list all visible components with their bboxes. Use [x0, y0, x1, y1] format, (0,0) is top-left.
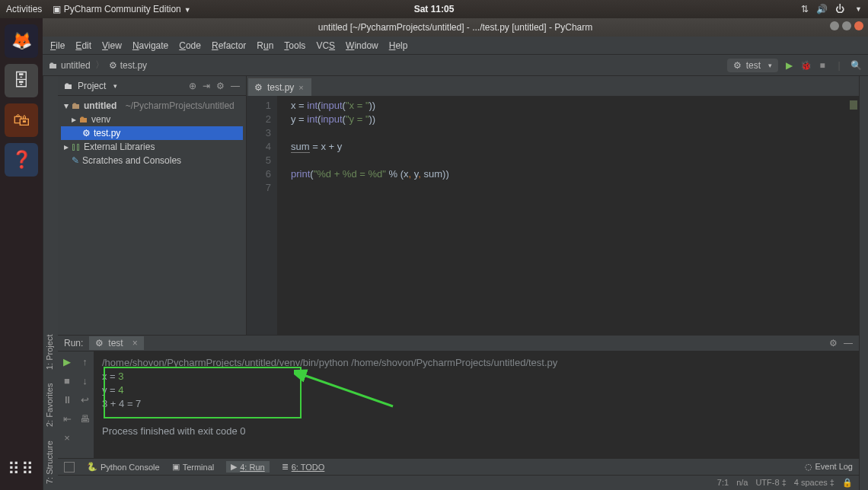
print-icon[interactable]: 🖶 — [80, 413, 90, 425]
caret-position[interactable]: 7:1 — [717, 478, 729, 488]
close-icon[interactable]: × — [132, 338, 138, 348]
editor-tab[interactable]: ⚙ test.py × — [248, 78, 311, 96]
menu-view[interactable]: View — [102, 40, 122, 51]
hide-icon[interactable]: — — [231, 81, 240, 91]
rerun-button[interactable]: ▶ — [63, 356, 71, 368]
toolbar-separator: | — [833, 60, 845, 71]
toolwin-terminal[interactable]: ▣Terminal — [172, 462, 215, 472]
toolwindows-quick-access-icon[interactable] — [64, 462, 75, 473]
event-log-button[interactable]: ◌ Event Log — [805, 462, 853, 472]
gear-icon[interactable]: ⚙ — [829, 338, 838, 348]
libraries-icon: ⫿⫿ — [72, 142, 81, 152]
launcher-software[interactable]: 🛍 — [5, 103, 38, 137]
chevron-down-icon: ▼ — [184, 6, 191, 14]
up-stack-icon[interactable]: ↑ — [82, 356, 88, 368]
code-area[interactable]: 1234567 x = int(input("x = ")) y = int(i… — [247, 96, 859, 335]
menu-run[interactable]: Run — [257, 40, 273, 51]
line-separator[interactable]: n/a — [736, 478, 748, 488]
clock[interactable]: Sat 11:05 — [414, 4, 455, 14]
volume-icon[interactable]: 🔊 — [816, 4, 828, 14]
menu-file[interactable]: File — [50, 40, 65, 51]
system-menu-chevron-icon[interactable]: ▼ — [855, 5, 862, 13]
expand-icon[interactable]: ▸ — [72, 114, 76, 125]
indent-settings[interactable]: 4 spaces ‡ — [794, 478, 834, 488]
window-maximize[interactable] — [842, 21, 851, 30]
run-config-icon: ⚙ — [733, 60, 742, 71]
gutter: 1234567 — [247, 96, 277, 335]
network-icon[interactable]: ⇅ — [801, 4, 809, 14]
stop-button[interactable]: ■ — [64, 375, 70, 387]
navigation-bar: 🖿 untitled 〉 ⚙ test.py ⚙ test ▾ ▶ 🐞 ■ | … — [43, 55, 868, 76]
collapse-all-icon[interactable]: ⇥ — [203, 81, 210, 91]
activities-button[interactable]: Activities — [6, 4, 42, 14]
toolwin-favorites[interactable]: 2: Favorites — [45, 383, 56, 427]
run-tool-header: Run: ⚙test× ⚙ — — [58, 335, 859, 352]
scroll-from-source-icon[interactable]: ⊕ — [189, 81, 196, 91]
launcher-apps-grid[interactable]: ⠿⠿ — [8, 460, 35, 479]
window-minimize[interactable] — [830, 21, 839, 30]
menu-refactor[interactable]: Refactor — [212, 40, 246, 51]
menu-vcs[interactable]: VCS — [316, 40, 335, 51]
hide-icon[interactable]: — — [844, 338, 853, 348]
window-close[interactable] — [854, 21, 863, 30]
run-icon: ▶ — [231, 462, 237, 472]
status-bar: 7:1 n/a UTF-8 ‡ 4 spaces ‡ 🔒 — [58, 475, 859, 490]
chevron-down-icon: ▾ — [768, 62, 772, 69]
run-output[interactable]: /home/shovon/PycharmProjects/untitled/ve… — [94, 352, 859, 458]
pause-button[interactable]: ⏸ — [62, 394, 72, 406]
file-encoding[interactable]: UTF-8 ‡ — [755, 478, 786, 488]
exit-button[interactable]: ⇤ — [63, 413, 72, 425]
python-icon: 🐍 — [87, 462, 97, 472]
breadcrumb[interactable]: 🖿 untitled 〉 ⚙ test.py — [49, 59, 147, 72]
expand-icon[interactable]: ▸ — [64, 142, 69, 152]
soft-wrap-icon[interactable]: ↩ — [81, 394, 89, 406]
power-icon[interactable]: ⏻ — [835, 4, 844, 14]
toolwin-structure[interactable]: 7: Structure — [45, 441, 56, 484]
close-tab-icon[interactable]: × — [298, 83, 303, 92]
menu-window[interactable]: Window — [346, 40, 378, 51]
todo-icon: ≣ — [282, 462, 289, 472]
error-stripe[interactable] — [850, 100, 857, 110]
gear-icon[interactable]: ⚙ — [216, 81, 225, 91]
scratches-icon: ✎ — [72, 155, 79, 166]
run-config-selector[interactable]: ⚙ test ▾ — [727, 59, 778, 72]
launcher-help[interactable]: ❓ — [5, 143, 38, 177]
window-titlebar: untitled [~/PycharmProjects/untitled] - … — [43, 18, 868, 37]
project-pane-title: Project — [78, 81, 106, 91]
toolwin-python-console[interactable]: 🐍Python Console — [87, 462, 160, 472]
run-config-icon: ⚙ — [95, 338, 104, 348]
menu-tools[interactable]: Tools — [284, 40, 305, 51]
run-button[interactable]: ▶ — [783, 60, 795, 71]
toolwin-run[interactable]: ▶4: Run — [226, 461, 269, 473]
readonly-lock-icon[interactable]: 🔒 — [842, 478, 853, 488]
toolwin-todo[interactable]: ≣6: TODO — [282, 462, 325, 472]
menu-navigate[interactable]: Navigate — [132, 40, 168, 51]
launcher-firefox[interactable]: 🦊 — [5, 24, 38, 58]
launcher-files[interactable]: 🗄 — [5, 64, 38, 97]
folder-icon: 🖿 — [64, 81, 73, 91]
python-file-icon: ⚙ — [82, 128, 91, 138]
menu-edit[interactable]: Edit — [75, 40, 91, 51]
project-tool-window: 🖿 Project ▾ ⊕ ⇥ ⚙ — ▾🖿untitled ~/Pycharm… — [58, 76, 247, 335]
menu-help[interactable]: Help — [389, 40, 408, 51]
pycharm-icon: ▣ — [53, 4, 61, 14]
python-file-icon: ⚙ — [254, 82, 263, 93]
project-tree[interactable]: ▾🖿untitled ~/PycharmProjects/untitled ▸🖿… — [58, 96, 246, 170]
stop-button[interactable]: ■ — [816, 60, 828, 71]
debug-button[interactable]: 🐞 — [799, 60, 812, 71]
search-everywhere-button[interactable]: 🔍 — [850, 60, 862, 71]
menu-code[interactable]: Code — [179, 40, 201, 51]
tree-file-selected[interactable]: ⚙test.py — [61, 126, 243, 140]
python-file-icon: ⚙ — [109, 60, 117, 71]
right-tool-stripe — [859, 76, 868, 490]
down-stack-icon[interactable]: ↓ — [82, 375, 88, 387]
expand-icon[interactable]: ▾ — [64, 100, 69, 111]
terminal-icon: ▣ — [172, 462, 180, 472]
chevron-down-icon[interactable]: ▾ — [113, 82, 117, 90]
close-button[interactable]: × — [64, 432, 70, 444]
toolwin-project[interactable]: 1: Project — [45, 334, 56, 369]
ubuntu-top-bar: Activities ▣ PyCharm Community Edition▼ … — [0, 0, 868, 18]
current-app-menu[interactable]: ▣ PyCharm Community Edition▼ — [53, 4, 190, 14]
run-tab[interactable]: ⚙test× — [89, 336, 143, 350]
ubuntu-launcher: 🦊 🗄 🛍 ❓ ⠿⠿ — [0, 18, 43, 490]
